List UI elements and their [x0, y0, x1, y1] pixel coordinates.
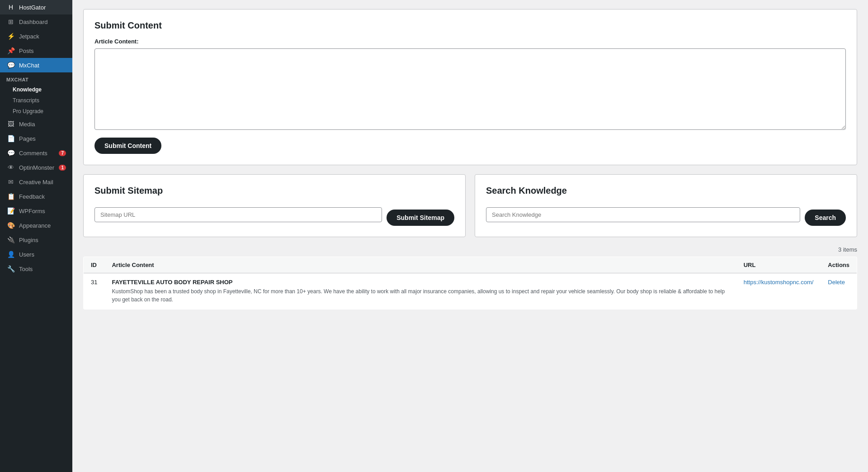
col-id: ID: [84, 257, 105, 273]
sidebar-sub-item-transcripts[interactable]: Transcripts: [0, 95, 72, 106]
optinmonster-icon: 👁: [6, 164, 15, 171]
submit-content-title: Submit Content: [94, 20, 846, 31]
search-knowledge-row: Search: [486, 203, 846, 226]
sidebar-item-optinmonster[interactable]: 👁 OptinMonster 1: [0, 160, 72, 175]
article-content-textarea[interactable]: [94, 48, 846, 130]
sitemap-url-input[interactable]: [94, 207, 382, 222]
submit-sitemap-card: Submit Sitemap Submit Sitemap: [83, 174, 466, 237]
sidebar-item-label: HostGator: [19, 4, 46, 11]
active-chevron-icon: [69, 62, 72, 68]
delete-link[interactable]: Delete: [828, 279, 845, 286]
submit-content-button[interactable]: Submit Content: [94, 138, 161, 154]
col-url: URL: [736, 257, 821, 273]
comments-badge: 7: [59, 150, 66, 156]
users-icon: 👤: [6, 251, 15, 258]
sidebar-item-label: Appearance: [19, 222, 51, 229]
sidebar-item-posts[interactable]: 📌 Posts: [0, 43, 72, 58]
sidebar-item-tools[interactable]: 🔧 Tools: [0, 262, 72, 276]
mxchat-submenu-label: MxChat: [0, 72, 72, 84]
cell-actions: Delete: [821, 273, 857, 310]
sidebar-item-comments[interactable]: 💬 Comments 7: [0, 146, 72, 160]
sidebar-item-label: Feedback: [19, 193, 45, 200]
search-knowledge-input[interactable]: [486, 207, 800, 222]
submit-sitemap-title: Submit Sitemap: [94, 186, 454, 196]
cell-article-content: FAYETTEVILLE AUTO BODY REPAIR SHOP Kusto…: [104, 273, 736, 310]
sidebar-item-label: Users: [19, 251, 34, 258]
sidebar-item-appearance[interactable]: 🎨 Appearance: [0, 218, 72, 233]
sidebar-item-plugins[interactable]: 🔌 Plugins: [0, 233, 72, 247]
feedback-icon: 📋: [6, 193, 15, 200]
submit-sitemap-button[interactable]: Submit Sitemap: [387, 210, 454, 226]
appearance-icon: 🎨: [6, 222, 15, 229]
wpforms-icon: 📝: [6, 207, 15, 215]
sidebar-item-label: WPForms: [19, 208, 45, 215]
sidebar-item-users[interactable]: 👤 Users: [0, 247, 72, 262]
sidebar-item-label: Posts: [19, 48, 34, 54]
hostgator-icon: H: [6, 4, 15, 11]
sidebar-item-dashboard[interactable]: ⊞ Dashboard: [0, 14, 72, 29]
sidebar-item-media[interactable]: 🖼 Media: [0, 117, 72, 131]
sidebar-item-label: Jetpack: [19, 33, 39, 40]
tools-icon: 🔧: [6, 265, 15, 272]
sidebar-item-hostgator[interactable]: H HostGator: [0, 0, 72, 14]
search-knowledge-button[interactable]: Search: [805, 210, 846, 226]
sidebar-item-label: Dashboard: [19, 19, 48, 25]
sidebar-item-label: Tools: [19, 266, 33, 272]
article-content-label: Article Content:: [94, 38, 846, 45]
sidebar-item-label: Creative Mail: [19, 179, 53, 186]
submit-content-card: Submit Content Article Content: Submit C…: [83, 9, 857, 165]
sidebar-item-label: OptinMonster: [19, 164, 54, 171]
plugins-icon: 🔌: [6, 236, 15, 243]
sidebar-item-mxchat[interactable]: 💬 MxChat: [0, 58, 72, 72]
article-title: FAYETTEVILLE AUTO BODY REPAIR SHOP: [112, 279, 729, 286]
optinmonster-badge: 1: [59, 165, 66, 171]
article-body: KustomShop has been a trusted body shop …: [112, 287, 729, 304]
table-header-row: ID Article Content URL Actions: [84, 257, 857, 273]
comments-icon: 💬: [6, 149, 15, 157]
media-icon: 🖼: [6, 120, 15, 128]
two-col-row: Submit Sitemap Submit Sitemap Search Kno…: [83, 174, 857, 237]
sidebar-item-label: Comments: [19, 150, 47, 157]
submit-sitemap-row: Submit Sitemap: [94, 203, 454, 226]
sidebar-item-feedback[interactable]: 📋 Feedback: [0, 189, 72, 204]
search-knowledge-title: Search Knowledge: [486, 186, 846, 196]
dashboard-icon: ⊞: [6, 18, 15, 25]
sidebar-item-wpforms[interactable]: 📝 WPForms: [0, 204, 72, 218]
creative-mail-icon: ✉: [6, 178, 15, 186]
knowledge-table: ID Article Content URL Actions 31 FAYETT…: [83, 257, 857, 310]
pages-icon: 📄: [6, 135, 15, 142]
sidebar-item-jetpack[interactable]: ⚡ Jetpack: [0, 29, 72, 43]
sidebar-item-pages[interactable]: 📄 Pages: [0, 131, 72, 146]
sidebar-item-label: MxChat: [19, 62, 39, 69]
url-link[interactable]: https://kustomshopnc.com/: [744, 279, 814, 286]
col-article-content: Article Content: [104, 257, 736, 273]
search-knowledge-card: Search Knowledge Search: [475, 174, 857, 237]
sidebar-item-label: Plugins: [19, 237, 38, 243]
sidebar-item-label: Media: [19, 121, 35, 128]
mxchat-icon: 💬: [6, 62, 15, 69]
table-row: 31 FAYETTEVILLE AUTO BODY REPAIR SHOP Ku…: [84, 273, 857, 310]
col-actions: Actions: [821, 257, 857, 273]
posts-icon: 📌: [6, 47, 15, 54]
cell-url: https://kustomshopnc.com/: [736, 273, 821, 310]
sidebar-sub-item-knowledge[interactable]: Knowledge: [0, 84, 72, 95]
cell-id: 31: [84, 273, 105, 310]
sidebar-item-creative-mail[interactable]: ✉ Creative Mail: [0, 175, 72, 189]
sidebar-item-label: Pages: [19, 135, 36, 142]
items-count: 3 items: [83, 246, 857, 253]
main-content: Submit Content Article Content: Submit C…: [72, 0, 868, 472]
jetpack-icon: ⚡: [6, 33, 15, 40]
sidebar: H HostGator ⊞ Dashboard ⚡ Jetpack 📌 Post…: [0, 0, 72, 472]
sidebar-sub-item-pro-upgrade[interactable]: Pro Upgrade: [0, 106, 72, 117]
